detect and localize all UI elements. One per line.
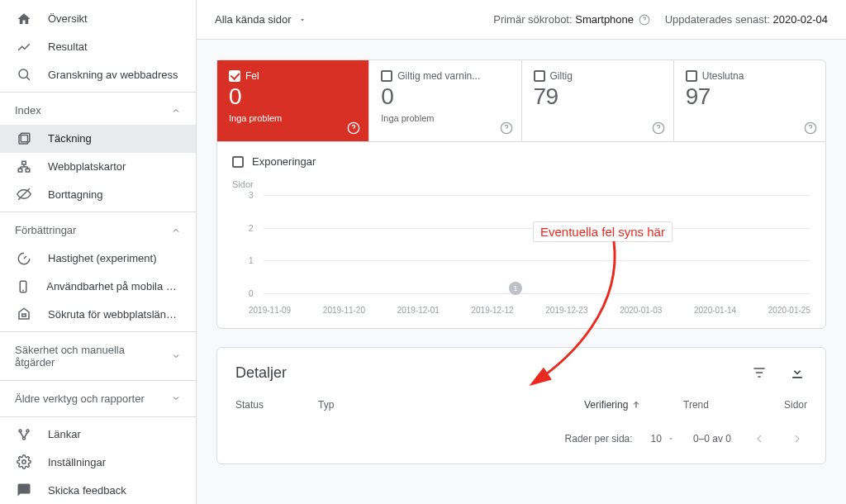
sidebar-item-feedback[interactable]: Skicka feedback — [0, 476, 196, 504]
sidebar-group-legacy[interactable]: Äldre verktyg och rapporter — [0, 384, 196, 413]
sidebar-group-label: Äldre verktyg och rapporter — [15, 392, 145, 405]
metric-value: 79 — [534, 83, 662, 110]
chart-event-marker[interactable]: 1 — [509, 282, 522, 295]
speed-icon — [15, 251, 33, 266]
sort-asc-icon — [631, 400, 641, 410]
xtick: 2020-01-14 — [694, 306, 736, 315]
xtick: 2019-12-23 — [545, 306, 587, 315]
next-page-button[interactable] — [787, 429, 807, 449]
metric-title: Giltig — [550, 70, 573, 82]
xtick: 2019-12-01 — [397, 306, 440, 315]
sidebar-item-performance[interactable]: Resultat — [0, 33, 196, 61]
sidebar-item-sitemaps[interactable]: Webbplatskartor — [0, 153, 196, 181]
metric-value: 0 — [229, 83, 357, 110]
xtick: 2020-01-03 — [620, 306, 662, 315]
prev-page-button[interactable] — [749, 429, 769, 449]
sidebar-item-settings[interactable]: Inställningar — [0, 449, 196, 477]
sidebar-item-label: Webbplatskartor — [48, 160, 126, 173]
chart: 3 2 1 0 1 2019-11-09 2019-11-20 2019-12-… — [232, 191, 810, 315]
details-card: Detaljer Status Typ Verifiering Trend Si… — [216, 347, 826, 464]
svg-point-0 — [19, 69, 28, 78]
layers-icon — [15, 131, 33, 146]
svg-point-17 — [19, 430, 21, 432]
xtick: 2019-11-20 — [323, 306, 365, 315]
divider — [0, 331, 196, 332]
sidebar-item-label: Länkar — [48, 428, 81, 440]
help-icon[interactable] — [652, 121, 665, 135]
yaxis-label: Sidor — [232, 179, 810, 189]
metric-value: 97 — [686, 83, 814, 110]
impressions-toggle[interactable]: Exponeringar — [232, 150, 810, 179]
svg-line-12 — [24, 256, 26, 259]
main: Alla kända sidor Primär sökrobot: Smartp… — [197, 0, 846, 504]
svg-rect-4 — [22, 161, 26, 164]
metric-error[interactable]: Fel 0 Inga problem — [217, 60, 369, 141]
sidebar-item-label: Översikt — [48, 12, 88, 25]
sidebar-item-label: Inställningar — [48, 456, 106, 468]
checkbox-icon — [534, 70, 545, 82]
svg-rect-16 — [22, 314, 26, 316]
sidebar: Översikt Resultat Granskning av webbadre… — [0, 0, 197, 504]
col-pages[interactable]: Sidor — [758, 399, 807, 411]
metric-title: Uteslutna — [702, 70, 744, 82]
metric-warning[interactable]: Giltig med varnin... 0 Inga problem — [369, 60, 521, 141]
sidebar-item-label: Granskning av webbadress — [48, 69, 178, 81]
download-button[interactable] — [787, 363, 807, 383]
metric-excluded[interactable]: Uteslutna 97 — [674, 60, 825, 141]
filter-dropdown[interactable]: Alla kända sidor — [215, 13, 307, 26]
chevron-down-icon — [171, 393, 181, 403]
links-icon — [15, 427, 33, 442]
sidebar-item-removal[interactable]: Borttagning — [0, 181, 196, 209]
sidebar-group-improve[interactable]: Förbättringar — [0, 216, 196, 245]
sidebar-item-label: Resultat — [48, 40, 88, 53]
details-title: Detaljer — [235, 364, 287, 382]
robot-info: Primär sökrobot: Smartphone — [493, 13, 649, 26]
chart-line-icon — [15, 40, 33, 55]
gear-icon — [15, 454, 33, 469]
col-trend[interactable]: Trend — [683, 399, 758, 411]
eye-off-icon — [15, 187, 33, 202]
help-icon[interactable] — [804, 121, 817, 135]
coverage-card: Fel 0 Inga problem Giltig med varnin... … — [216, 59, 826, 329]
search-icon — [15, 67, 33, 82]
col-verification[interactable]: Verifiering — [584, 399, 683, 411]
sidebar-item-sitelinks[interactable]: Sökruta för webbplatslänkar — [0, 301, 196, 329]
updated-info: Uppdaterades senast: 2020-02-04 — [665, 13, 828, 26]
sidebar-group-label: Index — [15, 104, 41, 116]
sidebar-item-speed[interactable]: Hastighet (experiment) — [0, 245, 196, 273]
col-type[interactable]: Typ — [318, 399, 584, 411]
page-range: 0–0 av 0 — [693, 433, 731, 445]
sidebar-item-overview[interactable]: Översikt — [0, 5, 196, 33]
svg-line-21 — [25, 432, 28, 437]
filter-label: Alla kända sidor — [215, 13, 292, 26]
metric-value: 0 — [381, 83, 509, 110]
sidebar-item-coverage[interactable]: Täckning — [0, 125, 196, 153]
metric-sub: Inga problem — [381, 113, 509, 123]
metric-title: Fel — [245, 70, 259, 82]
sidebar-item-mobile[interactable]: Användbarhet på mobila enh... — [0, 273, 196, 301]
sidebar-item-links[interactable]: Länkar — [0, 421, 196, 449]
metric-valid[interactable]: Giltig 79 — [522, 60, 674, 141]
xtick: 2019-11-09 — [249, 306, 291, 315]
sitemap-icon — [15, 159, 33, 174]
help-icon[interactable] — [500, 121, 513, 135]
filter-button[interactable] — [749, 363, 769, 383]
rows-per-page-label: Rader per sida: — [565, 433, 633, 445]
sidebar-item-label: Sökruta för webbplatslänkar — [48, 308, 181, 321]
rows-per-page-select[interactable]: 10 — [651, 433, 675, 445]
ytick: 1 — [249, 256, 264, 265]
col-status[interactable]: Status — [235, 399, 318, 411]
feedback-icon — [15, 483, 33, 497]
topbar: Alla kända sidor Primär sökrobot: Smartp… — [197, 0, 846, 40]
svg-point-18 — [26, 430, 29, 432]
impressions-label: Exponeringar — [252, 155, 316, 168]
ytick: 0 — [249, 289, 264, 298]
chevron-up-icon — [171, 106, 181, 116]
sidebar-item-url-inspect[interactable]: Granskning av webbadress — [0, 60, 196, 88]
svg-point-19 — [23, 437, 26, 440]
help-icon[interactable] — [639, 14, 650, 26]
help-icon[interactable] — [347, 121, 360, 135]
xtick: 2020-01-25 — [768, 306, 810, 315]
sidebar-group-security[interactable]: Säkerhet och manuella åtgärder — [0, 335, 196, 377]
sidebar-group-index[interactable]: Index — [0, 96, 196, 125]
